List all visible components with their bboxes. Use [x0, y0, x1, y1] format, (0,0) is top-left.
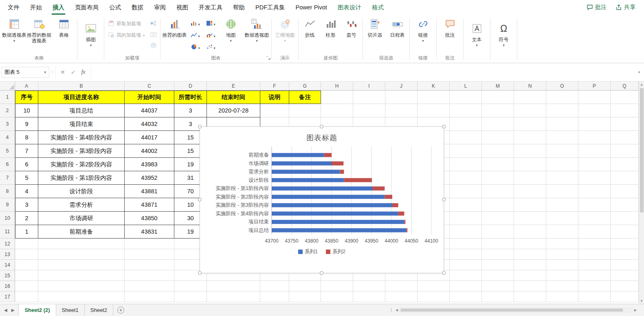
row-header-1[interactable]: 1 [0, 91, 15, 104]
ribbon-tab-开发工具[interactable]: 开发工具 [193, 0, 228, 15]
chart-title[interactable]: 图表标题 [200, 133, 444, 143]
cell-N10[interactable] [514, 212, 546, 225]
sparkline-line-button[interactable]: 折线 [300, 15, 320, 54]
cell-C5[interactable]: 44002 [125, 144, 174, 158]
cell-N11[interactable] [514, 225, 546, 239]
cell-E1[interactable]: 结束时间 [207, 91, 260, 104]
cell-B16[interactable] [38, 281, 125, 292]
scroll-left-icon[interactable]: ◀ [393, 308, 400, 312]
column-header-C[interactable]: C [125, 82, 174, 91]
cell-M4[interactable] [482, 131, 514, 144]
column-header-F[interactable]: F [260, 82, 289, 91]
cell-P17[interactable] [578, 292, 611, 302]
cell-L7[interactable] [450, 171, 482, 185]
cell-B2[interactable]: 项目总结 [38, 104, 125, 117]
cell-F1[interactable]: 说明 [260, 91, 289, 104]
cell-J17[interactable] [385, 292, 418, 302]
cell-M10[interactable] [482, 212, 514, 225]
cell-O13[interactable] [546, 249, 578, 260]
symbols-button[interactable]: Ω 符号 ▾ [492, 15, 516, 61]
recommended-charts-button[interactable]: 推荐的图表 [162, 15, 188, 54]
cell-A4[interactable]: 8 [15, 131, 38, 144]
cell-A16[interactable] [15, 281, 38, 292]
column-header-N[interactable]: N [514, 82, 546, 91]
cell-L6[interactable] [450, 158, 482, 171]
cell-L1[interactable] [450, 91, 482, 104]
cell-P2[interactable] [578, 104, 611, 117]
cell-B7[interactable]: 实施阶段 - 第1阶段内容 [38, 171, 125, 185]
cell-E2[interactable]: 2020-07-28 [207, 104, 260, 117]
tab-scrollbar-splitter[interactable]: ⁞ [389, 307, 393, 313]
cell-P6[interactable] [578, 158, 611, 171]
ribbon-tab-Power Pivot[interactable]: Power Pivot [290, 0, 332, 15]
cell-D1[interactable]: 所需时长 [174, 91, 207, 104]
chart-bar-series1[interactable] [272, 170, 340, 174]
chart-bar-series1[interactable] [272, 228, 406, 232]
cell-N13[interactable] [514, 249, 546, 260]
column-header-O[interactable]: O [546, 82, 578, 91]
comments-button[interactable]: 批注 [583, 2, 610, 13]
chart-bar-series2[interactable] [372, 186, 385, 190]
cell-Q13[interactable] [611, 249, 639, 260]
pivotchart-button[interactable]: 数据透视图 ▾ [244, 15, 270, 54]
ribbon-tab-格式[interactable]: 格式 [367, 0, 389, 15]
row-header-8[interactable]: 8 [0, 185, 15, 198]
cell-M12[interactable] [482, 239, 514, 249]
text-button[interactable]: 文本 ▾ [465, 15, 489, 61]
get-addins-button[interactable]: 获取加载项 [106, 19, 147, 28]
legend-item-系列2[interactable]: 系列2 [326, 248, 345, 255]
cell-P13[interactable] [578, 249, 611, 260]
cell-O2[interactable] [546, 104, 578, 117]
cell-A8[interactable]: 4 [15, 185, 38, 198]
cell-H16[interactable] [321, 281, 353, 292]
cell-M6[interactable] [482, 158, 514, 171]
pivottable-button[interactable]: 数据透视表 ▾ [2, 15, 26, 54]
link-button[interactable]: 链接 ▾ [411, 15, 435, 54]
column-header-Q[interactable]: Q [611, 82, 639, 91]
cell-H1[interactable] [321, 91, 353, 104]
cell-Q8[interactable] [611, 185, 639, 198]
ribbon-tab-视图[interactable]: 视图 [171, 0, 193, 15]
cell-P5[interactable] [578, 144, 611, 158]
insert-hierarchy-chart-button[interactable]: ▾ [204, 18, 218, 29]
cell-B11[interactable]: 前期准备 [38, 225, 125, 239]
row-header-10[interactable]: 10 [0, 212, 15, 225]
cell-O4[interactable] [546, 131, 578, 144]
column-header-P[interactable]: P [578, 82, 611, 91]
cell-N4[interactable] [514, 131, 546, 144]
cell-C10[interactable]: 43850 [125, 212, 174, 225]
cell-O6[interactable] [546, 158, 578, 171]
row-header-9[interactable]: 9 [0, 198, 15, 212]
maps-button[interactable]: 地图 ▾ [219, 15, 243, 54]
cell-M15[interactable] [482, 270, 514, 281]
cell-B15[interactable] [38, 270, 125, 281]
cell-O16[interactable] [546, 281, 578, 292]
horizontal-scrollbar-thumb[interactable] [401, 309, 623, 312]
cell-I2[interactable] [353, 104, 385, 117]
slicer-button[interactable]: 切片器 [364, 15, 386, 54]
share-button[interactable]: 共享 [612, 2, 639, 13]
chart-resize-handle[interactable] [198, 271, 202, 275]
cell-P9[interactable] [578, 198, 611, 212]
cell-O7[interactable] [546, 171, 578, 185]
formula-bar-splitter[interactable]: ⁞ [49, 70, 55, 75]
cell-B12[interactable] [38, 239, 125, 249]
column-header-H[interactable]: H [321, 82, 353, 91]
cell-C7[interactable]: 43952 [125, 171, 174, 185]
cell-A17[interactable] [15, 292, 38, 302]
recommended-pivottables-button[interactable]: 推荐的数据透视表 [27, 15, 51, 54]
sheet-nav-prev-icon[interactable]: ◀ [4, 308, 7, 312]
ribbon-tab-审阅[interactable]: 审阅 [149, 0, 171, 15]
cancel-icon[interactable]: ✕ [60, 69, 65, 75]
smartart-icon-button[interactable] [149, 19, 158, 27]
insert-combo-chart-button[interactable]: ▾ [204, 30, 218, 41]
cell-O9[interactable] [546, 198, 578, 212]
chart-bar-series2[interactable] [392, 203, 398, 207]
cell-L11[interactable] [450, 225, 482, 239]
cell-D2[interactable]: 3 [174, 104, 207, 117]
horizontal-scrollbar-track[interactable] [400, 308, 632, 312]
row-header-12[interactable]: 12 [0, 239, 15, 249]
cell-C9[interactable]: 43871 [125, 198, 174, 212]
my-addins-button[interactable]: 我的加载项 ▾ [106, 31, 147, 40]
insert-scatter-chart-button[interactable]: ▾ [204, 42, 218, 53]
